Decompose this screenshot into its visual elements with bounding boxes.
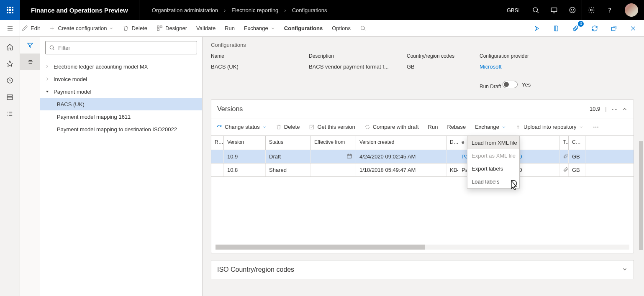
column-header[interactable]: Co... [569,136,585,150]
app-launcher[interactable] [0,0,20,20]
vertical-scrollbar[interactable] [639,141,643,283]
tree-item[interactable]: Electronic ledger accounting model MX [40,60,202,73]
exchange-button[interactable]: Exchange [244,25,275,31]
column-header[interactable]: T... [559,136,569,150]
change-status-button[interactable]: Change status [216,124,267,130]
chevron-right-icon[interactable] [45,76,50,82]
run-button[interactable]: Run [225,25,235,31]
exchange-version-button[interactable]: Exchange [475,124,506,130]
menu-item[interactable]: Load labels [467,175,519,188]
delete-button[interactable]: Delete [123,25,147,31]
table-cell: GB [569,150,585,163]
breadcrumb-item[interactable]: Organization administration [152,7,218,13]
book-icon[interactable] [549,22,563,35]
svg-point-38 [50,46,53,49]
waffle-icon [7,7,13,13]
column-header[interactable]: Version created [356,136,446,150]
help-icon[interactable] [600,0,619,20]
company-display[interactable]: GBSI [500,0,526,20]
field-value-description[interactable]: BACS vendor payment format f... [309,61,397,73]
run-version-button[interactable]: Run [428,124,438,130]
svg-point-8 [610,12,610,12]
get-version-button[interactable]: Get this version [309,124,355,130]
designer-button[interactable]: Designer [157,25,187,31]
validate-button[interactable]: Validate [196,25,216,31]
paperclip-icon[interactable] [563,153,568,160]
svg-rect-27 [7,97,13,100]
close-icon[interactable] [626,22,640,35]
chevron-down-icon [502,125,506,129]
chevron-up-icon[interactable] [622,106,628,112]
chevron-right-icon[interactable] [45,64,50,70]
configurations-tab[interactable]: Configurations [284,25,323,31]
tree-item[interactable]: Invoice model [40,73,202,85]
nav-rail [0,37,20,296]
search-icon [49,45,55,51]
breadcrumb-item[interactable]: Configurations [292,7,327,13]
breadcrumb-item[interactable]: Electronic reporting [231,7,278,13]
run-draft-toggle[interactable]: Yes [503,81,531,88]
tree-item[interactable]: Payment model [40,85,202,98]
field-value-country[interactable]: GB [407,61,490,73]
modules-icon[interactable] [0,105,20,122]
upload-repository-button[interactable]: Upload into repository [515,124,583,130]
menu-item[interactable]: Load from XML file [467,136,519,149]
menu-item[interactable]: Export labels [467,162,519,175]
chevron-down-icon [579,125,583,129]
delete-version-button[interactable]: Delete [276,124,300,130]
field-value-provider[interactable]: Microsoft [480,61,567,73]
smiley-icon[interactable] [563,0,582,20]
table-row[interactable]: 10.9Draft4/24/2020 09:02:45 AMPayment mo… [211,150,634,163]
avatar[interactable] [625,3,638,17]
search-button[interactable] [360,25,366,31]
side-tools [20,37,40,296]
tree-item[interactable]: Payment model mapping to destination ISO… [40,123,202,135]
hamburger-button[interactable] [0,20,20,37]
run-label: Run [225,25,235,31]
tree-item[interactable]: Payment model mapping 1611 [40,110,202,123]
recent-icon[interactable] [0,72,20,89]
link-icon[interactable] [530,22,544,35]
star-icon[interactable] [0,55,20,72]
device-icon[interactable] [545,0,563,20]
field-label-provider: Configuration provider [480,53,567,59]
list-view-icon[interactable] [20,54,40,70]
attachments-button[interactable] [569,22,582,35]
column-header[interactable]: Des... [446,136,458,150]
chevron-right-icon: › [224,7,226,13]
home-icon[interactable] [0,38,20,55]
column-header[interactable]: Version [224,136,266,150]
tree-filter-input[interactable] [57,44,193,51]
column-header[interactable]: R... [211,136,224,150]
table-cell [311,163,356,176]
horizontal-scrollbar[interactable] [216,245,629,250]
paperclip-icon[interactable] [563,167,568,174]
search-icon[interactable] [526,0,545,20]
rebase-button[interactable]: Rebase [447,124,466,130]
column-header[interactable]: Effective from [311,136,356,150]
column-header[interactable]: Status [266,136,311,150]
compare-button[interactable]: Compare with draft [364,124,419,130]
create-label: Create configuration [58,25,107,31]
table-row[interactable]: 10.8Shared1/18/2018 05:49:47 AMKB4Paymen… [211,163,634,177]
svg-point-44 [595,127,596,128]
create-configuration-button[interactable]: Create configuration [49,25,113,31]
field-value-name[interactable]: BACS (UK) [211,61,299,73]
refresh-icon[interactable] [588,22,601,35]
filter-icon[interactable] [20,37,40,54]
table-cell [559,163,569,176]
edit-button[interactable]: Edit [22,25,40,31]
field-label-country: Country/region codes [407,53,470,59]
versions-header-version: 10.9 [590,106,600,112]
options-tab[interactable]: Options [332,25,351,31]
popout-icon[interactable] [607,22,621,35]
svg-point-6 [573,9,574,10]
tree-item[interactable]: BACS (UK) [40,98,202,110]
gear-icon[interactable] [582,0,600,20]
workspace-icon[interactable] [0,89,20,105]
more-icon[interactable] [593,124,599,130]
iso-panel[interactable]: ISO Country/region codes [211,260,634,279]
action-bar: Edit Create configuration Delete Designe… [0,20,644,37]
calendar-icon[interactable] [346,153,352,160]
chevron-down-icon[interactable] [45,89,50,95]
